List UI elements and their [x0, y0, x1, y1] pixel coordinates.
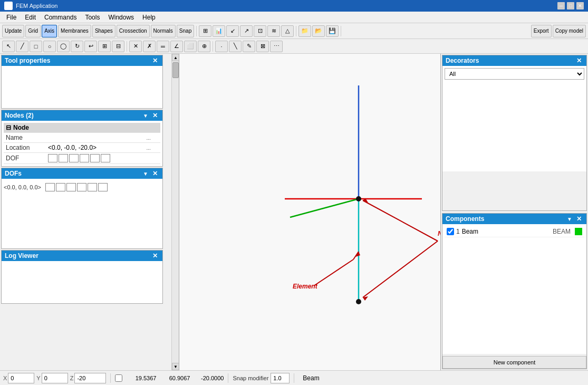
tool-grid2[interactable]: ⊞: [98, 41, 111, 52]
menu-help[interactable]: Help: [138, 13, 160, 22]
dof2-box-6[interactable]: [98, 183, 108, 191]
node-name-edit[interactable]: ...: [144, 133, 161, 143]
tool-edit[interactable]: ✎: [243, 41, 255, 52]
menu-tools[interactable]: Tools: [81, 13, 104, 22]
tool-circle[interactable]: ○: [43, 41, 56, 52]
status-checkbox[interactable]: [115, 374, 122, 382]
tb-snap[interactable]: Snap: [177, 25, 194, 37]
tb-icon-4[interactable]: ↗: [240, 25, 253, 37]
dof2-box-5[interactable]: [88, 183, 97, 191]
dof-box-6[interactable]: [101, 154, 110, 162]
tool-select[interactable]: ↖: [2, 41, 15, 52]
tb-axis[interactable]: Axis: [42, 25, 57, 37]
tool-line[interactable]: ╱: [16, 41, 28, 52]
log-header: Log Viewer ✕: [2, 251, 162, 261]
decorators-close[interactable]: ✕: [575, 56, 583, 65]
tool-line2[interactable]: ╲: [229, 41, 242, 52]
component-checkbox-1[interactable]: [447, 228, 454, 235]
scroll-thumb[interactable]: [172, 62, 179, 78]
tool-properties-body: [2, 66, 162, 108]
maximize-button[interactable]: □: [567, 2, 574, 9]
node-location-label: Location: [4, 143, 46, 153]
menu-edit[interactable]: Edit: [21, 13, 40, 22]
dofs-dropdown[interactable]: ▼: [141, 169, 150, 178]
tool-rect[interactable]: □: [30, 41, 42, 52]
nodes-dropdown[interactable]: ▼: [141, 111, 150, 120]
log-close[interactable]: ✕: [151, 252, 159, 260]
tool-rect2[interactable]: ⬜: [184, 41, 197, 52]
menu-bar: File Edit Commands Tools Windows Help: [0, 12, 588, 23]
close-button[interactable]: ✕: [576, 2, 584, 9]
tool-properties-close[interactable]: ✕: [151, 56, 159, 65]
dof-box-4[interactable]: [80, 154, 89, 162]
tb-icon-6[interactable]: ≋: [267, 25, 280, 37]
nodes-body: ⊟Node Name ... Location <0.0, -0.0, -20.…: [2, 121, 162, 166]
tb-export[interactable]: Export: [531, 25, 552, 37]
tool-arc[interactable]: ↻: [71, 41, 83, 52]
component-num-1: 1: [456, 228, 460, 235]
dof2-box-2[interactable]: [56, 183, 65, 191]
x-input[interactable]: [8, 373, 34, 383]
dof2-box-4[interactable]: [77, 183, 86, 191]
tool-sep1: [127, 41, 127, 52]
tb-icon-5[interactable]: ⊡: [254, 25, 266, 37]
snap-input[interactable]: [271, 373, 290, 383]
tool-ellipse[interactable]: ◯: [57, 41, 70, 52]
node-section-label: ⊟Node: [4, 123, 160, 133]
tool-node[interactable]: ·: [215, 41, 228, 52]
dofs-close[interactable]: ✕: [151, 169, 159, 178]
tb-update[interactable]: Update: [2, 25, 24, 37]
dof-box-5[interactable]: [90, 154, 100, 162]
log-title: Log Viewer: [5, 252, 38, 259]
nodes-panel: Nodes (2) ▼ ✕ ⊟Node Name: [1, 110, 163, 167]
tool-undo[interactable]: ↩: [84, 41, 97, 52]
dof-box-3[interactable]: [69, 154, 79, 162]
tb-copy-model[interactable]: Copy model: [553, 25, 586, 37]
tool-delete[interactable]: ⊠: [256, 41, 269, 52]
tb-icon-1[interactable]: ⊞: [199, 25, 211, 37]
status-bar: X Y Z 19.5367 60.9067 -20.0000 Snap modi…: [0, 370, 588, 385]
y-input[interactable]: [42, 373, 68, 383]
tool-cross[interactable]: ✕: [129, 41, 142, 52]
node-dof-label: DOF: [4, 153, 46, 164]
tool-crossx[interactable]: ✗: [143, 41, 156, 52]
decorators-select[interactable]: All: [445, 68, 584, 80]
menu-file[interactable]: File: [2, 13, 21, 22]
tb-membranes[interactable]: Membranes: [58, 25, 91, 37]
viewport[interactable]: Element Nodes: [179, 54, 440, 370]
svg-point-5: [356, 196, 361, 201]
dof-box-2[interactable]: [59, 154, 68, 162]
tb-icon-10[interactable]: 💾: [326, 25, 339, 37]
scroll-down[interactable]: ▼: [172, 363, 179, 370]
tb-shapes[interactable]: Shapes: [92, 25, 115, 37]
tb-normals[interactable]: Normals: [151, 25, 176, 37]
components-header: Components ▼ ✕: [442, 214, 586, 224]
tool-dash[interactable]: ═: [157, 41, 169, 52]
tb-icon-7[interactable]: △: [281, 25, 294, 37]
tool-angle[interactable]: ∠: [170, 41, 183, 52]
tb-icon-9[interactable]: 📂: [312, 25, 325, 37]
new-component-button[interactable]: New component: [442, 356, 586, 369]
tb-icon-2[interactable]: 📊: [213, 25, 225, 37]
status-sep3: [294, 373, 294, 383]
svg-text:Element: Element: [293, 283, 318, 290]
menu-commands[interactable]: Commands: [40, 13, 81, 22]
tb-icon-3[interactable]: ↙: [226, 25, 239, 37]
minimize-button[interactable]: ─: [557, 2, 565, 9]
z-input[interactable]: [74, 373, 106, 383]
menu-windows[interactable]: Windows: [104, 13, 138, 22]
dof2-box-3[interactable]: [66, 183, 76, 191]
node-location-edit[interactable]: ...: [144, 143, 161, 153]
tb-crossection[interactable]: Crossection: [117, 25, 150, 37]
tool-pipe[interactable]: ⊟: [112, 41, 124, 52]
tool-special[interactable]: ⋯: [270, 41, 283, 52]
dof-box-1[interactable]: [48, 154, 57, 162]
tool-cross2[interactable]: ⊕: [198, 41, 210, 52]
tb-grid[interactable]: Grid: [25, 25, 41, 37]
components-close[interactable]: ✕: [575, 215, 583, 223]
scroll-up[interactable]: ▲: [172, 54, 179, 61]
tb-icon-8[interactable]: 📁: [298, 25, 311, 37]
dof2-box-1[interactable]: [45, 183, 55, 191]
components-dropdown[interactable]: ▼: [565, 215, 574, 223]
nodes-close[interactable]: ✕: [151, 111, 159, 120]
